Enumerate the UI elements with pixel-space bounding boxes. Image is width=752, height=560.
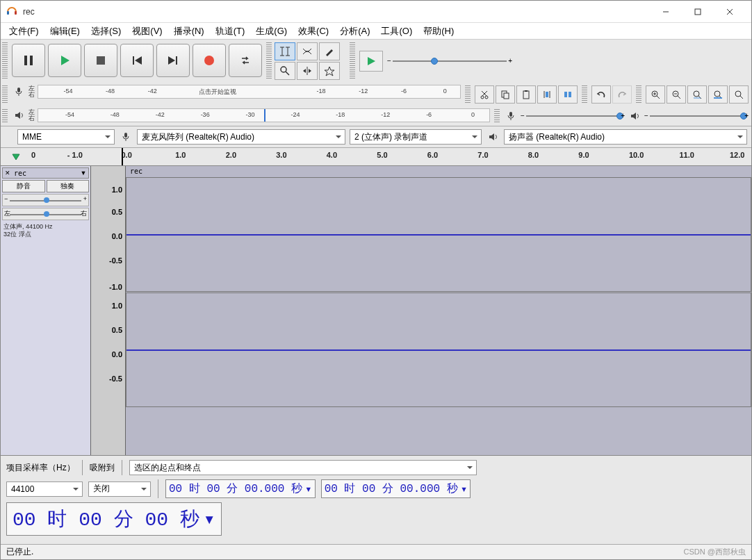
speaker-icon: [12, 108, 26, 122]
titlebar: rec: [1, 1, 751, 23]
multi-tool[interactable]: [319, 62, 340, 80]
amplitude-ruler: 1.0 0.5 0.0 -0.5 -1.0 1.0 0.5 0.0 -0.5: [91, 166, 126, 455]
mic-icon: [12, 85, 26, 99]
play-button[interactable]: [48, 44, 81, 77]
selection-mode-combo[interactable]: 选区的起点和终点: [129, 460, 477, 475]
zoom-in-button[interactable]: [646, 85, 665, 104]
record-button[interactable]: [193, 44, 226, 77]
statusbar: 已停止. CSDN @西部秋虫: [1, 544, 751, 559]
recording-device-combo[interactable]: 麦克风阵列 (Realtek(R) Audio): [137, 129, 345, 145]
mic-icon: [504, 109, 518, 123]
cut-button[interactable]: [475, 85, 494, 104]
paste-button[interactable]: [516, 85, 536, 104]
menu-select[interactable]: 选择(S): [85, 24, 126, 39]
menu-view[interactable]: 视图(V): [126, 24, 167, 39]
zoom-toggle-button[interactable]: [729, 85, 749, 104]
svg-rect-35: [523, 91, 529, 99]
svg-rect-0: [7, 11, 9, 15]
trim-button[interactable]: [537, 85, 557, 104]
svg-rect-12: [176, 56, 177, 65]
svg-rect-6: [24, 56, 27, 65]
playback-volume-slider[interactable]: −+: [644, 110, 749, 122]
grip[interactable]: [350, 42, 355, 80]
undo-button[interactable]: [591, 85, 611, 104]
svg-rect-1: [15, 11, 17, 15]
zoom-out-button[interactable]: [667, 85, 686, 104]
envelope-tool[interactable]: [297, 42, 318, 60]
clip-label: rec: [130, 167, 142, 175]
mute-button[interactable]: 静音: [2, 180, 45, 192]
maximize-button[interactable]: [682, 1, 714, 22]
grip[interactable]: [266, 42, 272, 80]
fit-selection-button[interactable]: [687, 85, 707, 104]
selection-tool[interactable]: [275, 42, 295, 60]
svg-marker-27: [368, 57, 375, 65]
svg-point-14: [204, 56, 214, 65]
svg-rect-40: [564, 92, 567, 97]
grip[interactable]: [494, 109, 500, 123]
svg-rect-28: [17, 88, 20, 92]
playback-device-combo[interactable]: 扬声器 (Realtek(R) Audio): [504, 129, 747, 145]
selection-start-time[interactable]: 00 时 00 分 00.000 秒▾: [165, 479, 316, 498]
grip[interactable]: [2, 109, 8, 123]
speaker-icon: [486, 130, 500, 144]
tracks-area: ✕ rec ▼ 静音 独奏 − + 左 右 立体声, 44100 Hz: [1, 166, 751, 455]
svg-rect-7: [30, 56, 33, 65]
selection-end-time[interactable]: 00 时 00 分 00.000 秒▾: [321, 479, 471, 498]
menu-help[interactable]: 帮助(H): [418, 24, 459, 39]
menu-effect[interactable]: 效果(C): [293, 24, 334, 39]
solo-button[interactable]: 独奏: [47, 180, 90, 192]
menu-edit[interactable]: 编辑(E): [44, 24, 85, 39]
grip[interactable]: [2, 85, 8, 104]
svg-rect-58: [509, 112, 512, 117]
svg-marker-24: [303, 69, 306, 73]
audio-position-time[interactable]: 00 时 00 分 00 秒▾: [6, 502, 222, 536]
track-close-button[interactable]: ✕: [3, 170, 13, 176]
project-rate-label: 项目采样率（Hz）: [6, 462, 75, 474]
play-at-speed-button[interactable]: [359, 51, 383, 72]
svg-point-29: [481, 96, 484, 99]
silence-button[interactable]: [558, 85, 578, 104]
copy-button[interactable]: [496, 85, 515, 104]
pause-button[interactable]: [12, 44, 45, 77]
project-rate-combo[interactable]: 44100: [6, 481, 83, 497]
draw-tool[interactable]: [319, 42, 340, 60]
pan-slider[interactable]: 左 右: [2, 208, 89, 220]
svg-line-47: [678, 96, 680, 99]
menu-file[interactable]: 文件(F): [3, 24, 44, 39]
grip[interactable]: [2, 42, 8, 80]
timeline[interactable]: 0 - 1.0 0.0 1.0 2.0 3.0 4.0 5.0 6.0 7.0 …: [1, 148, 751, 166]
loop-button[interactable]: [229, 44, 262, 77]
snap-to-combo[interactable]: 关闭: [88, 481, 151, 497]
close-button[interactable]: [714, 1, 746, 22]
skip-start-button[interactable]: [120, 44, 154, 77]
menu-tools[interactable]: 工具(O): [375, 24, 418, 39]
fit-project-button[interactable]: [708, 85, 728, 104]
recording-channels-combo[interactable]: 2 (立体声) 录制声道: [350, 129, 482, 145]
svg-rect-3: [695, 9, 701, 15]
grip[interactable]: [636, 85, 641, 104]
recording-volume-slider[interactable]: −+: [521, 110, 625, 122]
redo-button[interactable]: [612, 85, 632, 104]
stop-button[interactable]: [84, 44, 117, 77]
timeshift-tool[interactable]: [297, 62, 318, 80]
track-name[interactable]: rec: [13, 170, 79, 177]
playback-speed-slider[interactable]: − +: [387, 56, 512, 67]
grip[interactable]: [465, 85, 471, 104]
menu-tracks[interactable]: 轨道(T): [210, 24, 251, 39]
svg-line-43: [657, 96, 660, 99]
audio-host-combo[interactable]: MME: [17, 129, 115, 145]
menu-transport[interactable]: 播录(N): [168, 24, 210, 39]
skip-end-button[interactable]: [156, 44, 190, 77]
playback-meter[interactable]: -54 -48 -42 -36 -30 -24 -18 -12 -6 0: [38, 108, 490, 122]
waveform-area[interactable]: rec: [126, 166, 751, 455]
mic-icon: [119, 130, 133, 144]
zoom-tool[interactable]: [275, 62, 295, 80]
menu-generate[interactable]: 生成(G): [250, 24, 293, 39]
track-menu-button[interactable]: ▼: [79, 170, 88, 176]
minimize-button[interactable]: [650, 1, 682, 22]
recording-meter[interactable]: -54 -48 -42 点击开始监视 -18 -12 -6 0: [38, 85, 461, 99]
menu-analyze[interactable]: 分析(A): [334, 24, 375, 39]
grip[interactable]: [582, 85, 587, 104]
gain-slider[interactable]: − +: [2, 194, 89, 206]
